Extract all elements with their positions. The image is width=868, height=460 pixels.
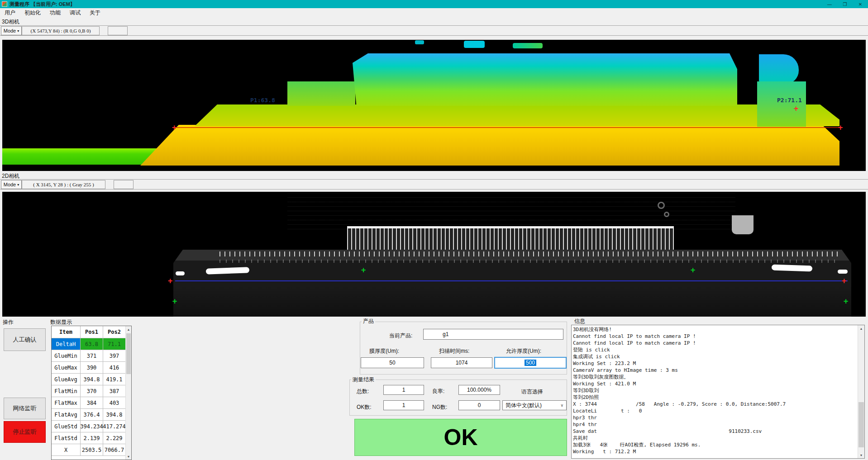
minimize-button[interactable]: — <box>822 0 837 8</box>
table-row[interactable]: GlueAvg 394.8 419.1 <box>52 374 126 385</box>
table-row[interactable]: FlatMin 370 387 <box>52 385 126 397</box>
table-row[interactable]: GlueMin 371 397 <box>52 350 126 362</box>
scroll-down-icon[interactable]: ▼ <box>126 453 131 460</box>
log-line: 登陆 is click <box>573 346 857 353</box>
heightmap-3d-view[interactable]: P1:63.8 P2:71.1 + + + <box>2 40 866 171</box>
cell-pos2[interactable]: 71.1 <box>103 338 126 350</box>
cell-item[interactable]: GlueMin <box>52 350 81 362</box>
measurement-line <box>175 280 848 281</box>
cell-item[interactable]: FlatStd <box>52 432 81 444</box>
menu-about[interactable]: 关于 <box>85 8 105 17</box>
current-product-input[interactable]: g1 <box>423 329 563 340</box>
cell-pos1[interactable]: 370 <box>81 385 103 397</box>
cell-pos2[interactable]: 419.1 <box>103 374 126 385</box>
crosshair-marker: + <box>842 277 846 285</box>
app-window: 测量程序 【当前用户: OEM】 — ❐ ✕ 用户 初始化 功能 调试 关于 3… <box>0 0 868 460</box>
cell-pos2[interactable]: 397 <box>103 350 126 362</box>
cell-pos1[interactable]: 63.8 <box>81 338 103 350</box>
pcb-hole <box>664 212 669 217</box>
camera3d-label: 3D相机 <box>2 18 19 26</box>
cell-pos2[interactable]: 2.229 <box>103 432 126 444</box>
table-row[interactable]: GlueStd 394.234 417.274 <box>52 421 126 432</box>
info-log[interactable]: 3D相机没有网络! Cannot find local IP to match … <box>571 325 865 459</box>
ng-count-input[interactable]: 0 <box>458 400 500 410</box>
cell-item[interactable]: DeltaH <box>52 338 81 350</box>
cell-pos1[interactable]: 394.8 <box>81 374 103 385</box>
crosshair-marker: + <box>844 298 848 305</box>
cell-pos1[interactable]: 371 <box>81 350 103 362</box>
cell-item[interactable]: FlatMin <box>52 385 81 397</box>
table-scrollbar[interactable]: ▲ ▼ <box>125 326 131 460</box>
cell-pos2[interactable]: 417.274 <box>103 421 126 432</box>
language-combobox[interactable]: 简体中文(默认) ∨ <box>502 400 567 410</box>
operation-label: 操作 <box>3 318 14 326</box>
cell-item[interactable]: FlatMax <box>52 397 81 409</box>
data-table: Item Pos1 Pos2 DeltaH 63.8 71.1 GlueMin … <box>51 326 132 460</box>
table-row[interactable]: GlueMax 390 416 <box>52 362 126 374</box>
heightmap-speck <box>513 43 543 48</box>
table-row[interactable]: DeltaH 63.8 71.1 <box>52 338 126 350</box>
heightmap-base-band <box>140 125 839 166</box>
camera2d-toolbar-cell <box>114 180 134 189</box>
table-row[interactable]: FlatAvg 376.4 394.8 <box>52 409 126 421</box>
scrollbar-thumb[interactable] <box>126 333 131 374</box>
log-line: Working Set : 223.2 M <box>573 360 857 367</box>
pad-row <box>219 260 839 263</box>
cell-item[interactable]: GlueAvg <box>52 374 81 385</box>
cell-pos1[interactable]: 2.139 <box>81 432 103 444</box>
stop-listen-button[interactable]: 停止监听 <box>4 421 46 443</box>
pcb-tab <box>732 215 754 234</box>
cell-pos1[interactable]: 390 <box>81 362 103 374</box>
allow-thickness-label: 允许厚度(Um): <box>506 347 541 355</box>
table-row[interactable]: X 2503.5 7066.7 <box>52 444 126 456</box>
title-bar: 测量程序 【当前用户: OEM】 — ❐ ✕ <box>0 0 868 8</box>
allow-thickness-input[interactable]: 500 <box>494 357 567 369</box>
log-line: Cannot find local IP to match camera IP … <box>573 333 857 340</box>
scrollbar-thumb[interactable] <box>858 402 864 447</box>
manual-confirm-button[interactable]: 人工确认 <box>4 328 46 351</box>
yield-input[interactable]: 100.000% <box>458 385 500 395</box>
network-listen-button[interactable]: 网络监听 <box>4 398 46 419</box>
camera3d-toolbar: Mode ▾ (X 5473,Y 84) : (R 0,G 0,B 0) <box>0 25 868 36</box>
maximize-button[interactable]: ❐ <box>837 0 853 8</box>
log-scrollbar[interactable]: ▲ ▼ <box>858 325 864 458</box>
ok-count-input[interactable]: 1 <box>383 400 424 410</box>
solder-blob <box>838 270 848 274</box>
cell-pos2[interactable]: 7066.7 <box>103 444 126 456</box>
cell-pos1[interactable]: 394.234 <box>81 421 103 432</box>
chevron-down-icon: ▾ <box>17 29 19 33</box>
total-input[interactable]: 1 <box>383 385 424 395</box>
heightmap-right-arm <box>757 81 806 127</box>
log-line: X : 3744 /58 Angle : -0.279, Score : 0.0… <box>573 401 857 408</box>
film-thickness-input[interactable]: 50 <box>361 357 424 368</box>
camera2d-mode-button[interactable]: Mode ▾ <box>1 180 22 189</box>
cell-pos1[interactable]: 376.4 <box>81 409 103 421</box>
combobox-value: 简体中文(默认) <box>506 402 542 409</box>
scroll-down-icon[interactable]: ▼ <box>858 452 864 458</box>
cell-item[interactable]: GlueStd <box>52 421 81 432</box>
close-button[interactable]: ✕ <box>853 0 868 8</box>
cell-pos1[interactable]: 2503.5 <box>81 444 103 456</box>
log-line: 加载3张 4张 行AOI检查, Elapsed 19296 ms. <box>573 441 857 448</box>
table-row[interactable]: FlatMax 384 403 <box>52 397 126 409</box>
scroll-up-icon[interactable]: ▲ <box>126 326 131 332</box>
menu-function[interactable]: 功能 <box>45 8 65 17</box>
table-row[interactable]: FlatStd 2.139 2.229 <box>52 432 126 444</box>
grayscale-2d-view[interactable]: + + + + + + <box>2 192 866 317</box>
cell-item[interactable]: FlatAvg <box>52 409 81 421</box>
window-title: 测量程序 【当前用户: OEM】 <box>10 1 75 8</box>
menu-init[interactable]: 初始化 <box>20 8 45 17</box>
menu-debug[interactable]: 调试 <box>65 8 85 17</box>
cell-pos2[interactable]: 403 <box>103 397 126 409</box>
scan-time-input[interactable]: 1074 <box>431 357 492 368</box>
cell-pos2[interactable]: 394.8 <box>103 409 126 421</box>
cell-item[interactable]: GlueMax <box>52 362 81 374</box>
cell-pos2[interactable]: 416 <box>103 362 126 374</box>
menu-user[interactable]: 用户 <box>0 8 20 17</box>
camera3d-mode-button[interactable]: Mode ▾ <box>1 26 22 35</box>
scroll-up-icon[interactable]: ▲ <box>858 325 864 332</box>
cell-pos2[interactable]: 387 <box>103 385 126 397</box>
cell-pos1[interactable]: 384 <box>81 397 103 409</box>
cell-item[interactable]: X <box>52 444 81 456</box>
heightmap-top-section <box>353 53 737 106</box>
